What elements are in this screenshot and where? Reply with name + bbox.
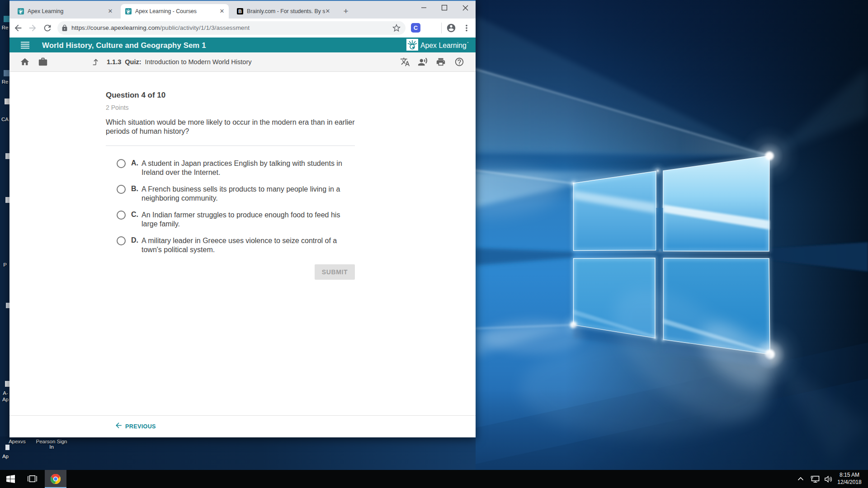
svg-text:Apex Learning: Apex Learning xyxy=(420,42,467,49)
svg-text:B: B xyxy=(238,9,242,14)
